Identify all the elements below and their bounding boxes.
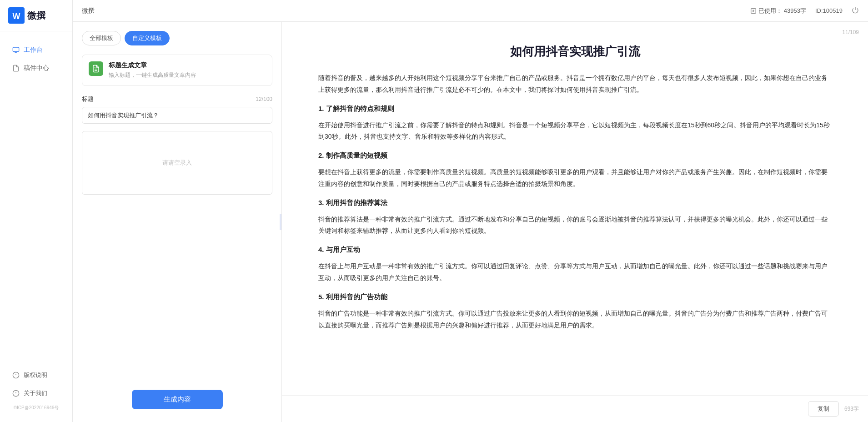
article-footer: 复制 693字: [282, 395, 868, 422]
page-counter: 11/109: [842, 29, 859, 35]
section-body-4: 抖音的广告功能是一种非常有效的推广引流方式。你可以通过广告投放来让更多的人看到你…: [318, 308, 832, 332]
template-card-info: 标题生成文章 输入标题，一键生成高质量文章内容: [109, 61, 196, 79]
article-body: 随着抖音的普及，越来越多的人开始利用这个短视频分享平台来推广自己的产品或服务。抖…: [318, 72, 832, 331]
topbar-title: 微撰: [82, 7, 95, 15]
copy-button[interactable]: 复制: [808, 401, 839, 417]
title-input[interactable]: [82, 107, 272, 124]
form-counter: 12/100: [256, 96, 272, 102]
about-icon: [12, 389, 20, 397]
sidebar-bottom: 版权说明 关于我们 ©ICP备2022016946号: [0, 366, 72, 422]
template-card-desc: 输入标题，一键生成高质量文章内容: [109, 71, 196, 79]
template-tabs: 全部模板 自定义模板: [82, 31, 272, 45]
power-icon[interactable]: [852, 6, 859, 15]
article-intro: 随着抖音的普及，越来越多的人开始利用这个短视频分享平台来推广自己的产品或服务。抖…: [318, 72, 832, 96]
article-section-0: 1. 了解抖音的特点和规则 在开始使用抖音进行推广引流之前，你需要了解抖音的特点…: [318, 102, 832, 143]
article-scroll[interactable]: 如何用抖音实现推广引流 随着抖音的普及，越来越多的人开始利用这个短视频分享平台来…: [282, 22, 868, 395]
topbar: 微撰 已使用： 43953字 ID:100519: [73, 0, 868, 22]
article-section-1: 2. 制作高质量的短视频 要想在抖音上获得更多的流量，你需要制作高质量的短视频。…: [318, 149, 832, 190]
workspace-label: 工作台: [24, 46, 43, 54]
template-card-icon: [89, 61, 103, 76]
monitor-icon: [12, 46, 20, 54]
article-section-3: 4. 与用户互动 在抖音上与用户互动是一种非常有效的推广引流方式。你可以通过回复…: [318, 243, 832, 284]
section-heading-3: 4. 与用户互动: [318, 243, 832, 256]
right-panel: 11/109 如何用抖音实现推广引流 随着抖音的普及，越来越多的人开始利用这个短…: [282, 22, 868, 422]
article-section-4: 5. 利用抖音的广告功能 抖音的广告功能是一种非常有效的推广引流方式。你可以通过…: [318, 291, 832, 332]
placeholder-text: 请请空录入: [162, 159, 192, 166]
drafts-label: 稿件中心: [24, 64, 49, 72]
icp-text: ©ICP备2022016946号: [0, 403, 72, 413]
id-badge: ID:100519: [815, 7, 843, 14]
left-panel: 全部模板 自定义模板 标题生成文章 输入标题，一键生成高质量文章内容 标题 12…: [73, 22, 282, 422]
section-heading-2: 3. 利用抖音的推荐算法: [318, 196, 832, 209]
section-heading-4: 5. 利用抖音的广告功能: [318, 291, 832, 303]
template-card-title: 标题生成文章: [109, 61, 196, 70]
logo-text: 微撰: [27, 10, 45, 22]
logo-area: W 微撰: [0, 0, 72, 31]
sidebar-item-about[interactable]: 关于我们: [4, 385, 69, 402]
form-label-row: 标题 12/100: [82, 95, 272, 103]
word-count: 693字: [844, 405, 859, 413]
tab-custom-templates[interactable]: 自定义模板: [125, 31, 170, 45]
template-card[interactable]: 标题生成文章 输入标题，一键生成高质量文章内容: [82, 55, 272, 86]
used-count-area: 已使用： 43953字: [750, 7, 806, 15]
article-title: 如何用抖音实现推广引流: [318, 44, 832, 60]
form-placeholder-area: 请请空录入: [82, 131, 272, 195]
copyright-label: 版权说明: [24, 371, 47, 379]
used-count: 43953字: [784, 7, 806, 15]
logo-icon: W: [8, 7, 25, 24]
svg-text:W: W: [13, 12, 20, 21]
section-body-3: 在抖音上与用户互动是一种非常有效的推广引流方式。你可以通过回复评论、点赞、分享等…: [318, 261, 832, 284]
sidebar-item-copyright[interactable]: 版权说明: [4, 367, 69, 384]
document-icon: [750, 8, 757, 14]
section-body-0: 在开始使用抖音进行推广引流之前，你需要了解抖音的特点和规则。抖音是一个短视频分享…: [318, 120, 832, 143]
section-body-2: 抖音的推荐算法是一种非常有效的推广引流方式。通过不断地发布和分享自己的短视频，你…: [318, 214, 832, 237]
article-section-2: 3. 利用抖音的推荐算法 抖音的推荐算法是一种非常有效的推广引流方式。通过不断地…: [318, 196, 832, 237]
about-label: 关于我们: [24, 389, 47, 397]
tab-all-templates[interactable]: 全部模板: [82, 31, 121, 45]
form-label: 标题: [82, 95, 94, 103]
sidebar-nav: 工作台 稿件中心: [0, 31, 72, 366]
section-heading-1: 2. 制作高质量的短视频: [318, 149, 832, 162]
sidebar-item-drafts[interactable]: 稿件中心: [4, 60, 69, 77]
topbar-right: 已使用： 43953字 ID:100519: [750, 6, 859, 15]
content-wrapper: 全部模板 自定义模板 标题生成文章 输入标题，一键生成高质量文章内容 标题 12…: [73, 22, 868, 422]
main-area: 微撰 已使用： 43953字 ID:100519 全部模板 自定义模板: [73, 0, 868, 422]
info-circle-icon: [12, 371, 20, 379]
svg-rect-2: [13, 47, 19, 51]
section-heading-0: 1. 了解抖音的特点和规则: [318, 102, 832, 115]
sidebar: W 微撰 工作台 稿件中心 版权说明 关于我们: [0, 0, 73, 422]
used-label: 已使用：: [758, 7, 782, 15]
section-body-1: 要想在抖音上获得更多的流量，你需要制作高质量的短视频。高质量的短视频能够吸引更多…: [318, 166, 832, 190]
generate-button[interactable]: 生成内容: [132, 390, 223, 409]
sidebar-item-workspace[interactable]: 工作台: [4, 41, 69, 59]
file-icon: [12, 64, 20, 72]
